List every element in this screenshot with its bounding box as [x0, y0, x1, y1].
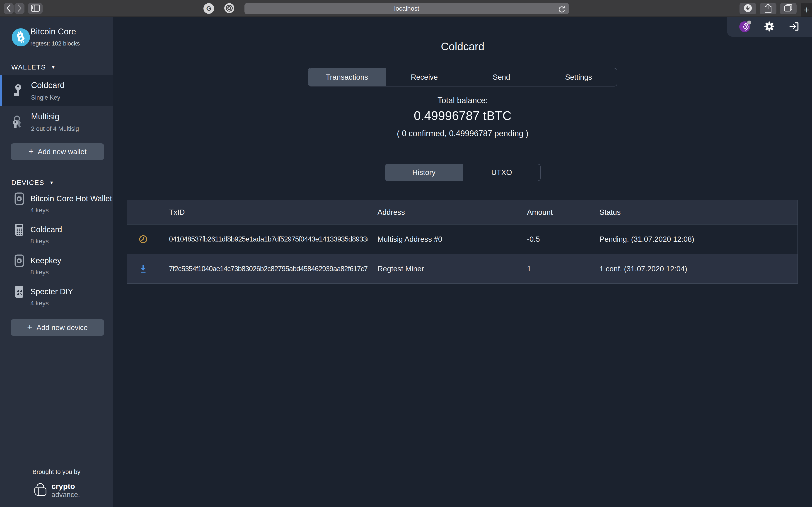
cryptoadvance-logo-icon	[33, 482, 48, 499]
node-name: Bitcoin Core	[30, 27, 76, 37]
extension-g-button[interactable]: G	[203, 3, 214, 14]
received-download-icon	[127, 264, 159, 274]
wallet-tabs: Transactions Receive Send Settings	[308, 68, 617, 87]
plus-icon: +	[804, 3, 810, 16]
tab-transactions[interactable]: Transactions	[308, 68, 386, 86]
plus-icon: +	[28, 147, 34, 156]
sidebar-item-wallet-coldcard[interactable]: Coldcard Single Key	[0, 75, 113, 106]
tabs-overview-icon	[783, 4, 793, 13]
download-circle-icon	[743, 3, 753, 14]
sidebar-item-device-keepkey[interactable]: Keepkey 8 keys	[0, 251, 113, 282]
rings-icon	[224, 3, 235, 14]
column-header-status: Status	[590, 208, 798, 217]
table-row[interactable]: 041048537fb2611df8b925e1ada1b7df52975f04…	[127, 224, 798, 254]
browser-back-button[interactable]	[4, 3, 14, 14]
wallets-header-label: WALLETS	[11, 63, 46, 71]
amount-cell: 1	[517, 265, 590, 273]
plus-icon: +	[27, 323, 33, 332]
device-name: Coldcard	[30, 225, 62, 234]
add-new-wallet-button[interactable]: + Add new wallet	[11, 143, 104, 160]
device-keys: 4 keys	[30, 300, 49, 307]
extension-g-glyph: G	[206, 5, 211, 12]
balance-value: 0.49996787 tBTC	[113, 108, 812, 123]
device-keys: 8 keys	[30, 238, 49, 245]
browser-sidebar-toggle-button[interactable]	[28, 3, 43, 14]
devices-section-header[interactable]: DEVICES ▼	[11, 179, 54, 186]
table-row[interactable]: 7f2c5354f1040ae14c73b83026b2c82795abd458…	[127, 254, 798, 283]
toggle-utxo[interactable]: UTXO	[463, 164, 540, 181]
address-bar[interactable]: localhost	[245, 3, 569, 14]
txid-cell: 7f2c5354f1040ae14c73b83026b2c82795abd458…	[159, 265, 367, 273]
share-icon	[764, 3, 773, 14]
address-cell: Regtest Miner	[367, 265, 517, 273]
sidebar-item-wallet-multisig[interactable]: Multisig 2 out of 4 Multisig	[0, 106, 113, 137]
toggle-history[interactable]: History	[385, 164, 463, 181]
sidebar: B Bitcoin Core regtest: 102 blocks WALLE…	[0, 17, 113, 507]
bitcoin-logo-icon: B	[12, 28, 30, 47]
card-chip-icon	[14, 192, 24, 206]
browser-downloads-button[interactable]	[740, 3, 756, 14]
browser-tabs-button[interactable]	[780, 3, 797, 14]
calculator-icon	[14, 223, 24, 237]
pending-clock-icon	[127, 235, 159, 244]
txid-cell: 041048537fb2611df8b925e1ada1b7df52975f04…	[159, 235, 367, 243]
device-name: Keepkey	[30, 256, 61, 265]
chevron-right-icon	[16, 4, 22, 13]
browser-chrome: G localhost +	[0, 0, 812, 17]
add-new-device-button[interactable]: + Add new device	[11, 319, 104, 336]
brand-name-text: crypto	[51, 482, 80, 491]
browser-share-button[interactable]	[760, 3, 776, 14]
sidebar-item-device-specter-diy[interactable]: Specter DIY 4 keys	[0, 282, 113, 313]
device-keys: 4 keys	[30, 207, 49, 214]
status-cell: Pending. (31.07.2020 12:08)	[590, 235, 798, 243]
table-header-row: TxID Address Amount Status	[127, 200, 798, 224]
device-keys: 8 keys	[30, 269, 49, 276]
wallets-section-header[interactable]: WALLETS ▼	[11, 63, 56, 71]
wallet-type: Single Key	[31, 94, 60, 101]
caret-down-icon: ▼	[49, 180, 54, 185]
page-title: Coldcard	[113, 40, 812, 53]
chevron-left-icon	[6, 4, 11, 13]
sidebar-panel-icon	[31, 4, 40, 13]
node-status: regtest: 102 blocks	[30, 40, 80, 47]
devices-header-label: DEVICES	[11, 179, 44, 186]
qr-device-icon	[14, 285, 24, 299]
caret-down-icon: ▼	[51, 65, 56, 70]
column-header-txid: TxID	[159, 208, 367, 217]
status-cell: 1 conf. (31.07.2020 12:04)	[590, 265, 798, 273]
selected-indicator	[0, 75, 2, 106]
multisig-keys-icon	[11, 115, 22, 129]
wallet-name: Coldcard	[31, 80, 64, 90]
address-cell: Multisig Address #0	[367, 235, 517, 243]
history-utxo-toggle: History UTXO	[385, 164, 541, 181]
card-chip-icon	[14, 254, 24, 268]
device-name: Bitcoin Core Hot Wallet	[30, 194, 112, 203]
reload-icon[interactable]	[557, 5, 566, 14]
brand-suffix-text: advance.	[51, 491, 80, 499]
transactions-table: TxID Address Amount Status 041048537fb26…	[127, 200, 798, 284]
amount-cell: -0.5	[517, 235, 590, 243]
wallet-name: Multisig	[31, 112, 59, 121]
main-content: Coldcard Transactions Receive Send Setti…	[113, 17, 812, 507]
tab-settings[interactable]: Settings	[540, 68, 617, 86]
column-header-amount: Amount	[517, 208, 590, 217]
browser-new-tab-button[interactable]: +	[801, 3, 812, 16]
column-header-address: Address	[367, 208, 517, 217]
cryptoadvance-brand-link[interactable]: crypto advance.	[33, 482, 80, 499]
footer-tagline: Brought to you by	[0, 468, 113, 475]
balance-detail: ( 0 confirmed, 0.49996787 pending )	[113, 129, 812, 138]
single-key-icon	[13, 84, 23, 98]
add-wallet-label: Add new wallet	[38, 148, 87, 156]
add-device-label: Add new device	[37, 324, 88, 332]
sidebar-footer: Brought to you by crypto advance.	[0, 468, 113, 499]
tab-send[interactable]: Send	[463, 68, 540, 86]
device-name: Specter DIY	[30, 287, 73, 296]
balance-label: Total balance:	[113, 96, 812, 105]
sidebar-item-device-coldcard[interactable]: Coldcard 8 keys	[0, 220, 113, 251]
url-text: localhost	[394, 5, 419, 12]
sidebar-item-device-hot-wallet[interactable]: Bitcoin Core Hot Wallet 4 keys	[0, 189, 113, 220]
browser-forward-button[interactable]	[14, 3, 24, 14]
wallet-type: 2 out of 4 Multisig	[31, 125, 79, 132]
extension-rings-button[interactable]	[224, 3, 235, 14]
tab-receive[interactable]: Receive	[386, 68, 463, 86]
